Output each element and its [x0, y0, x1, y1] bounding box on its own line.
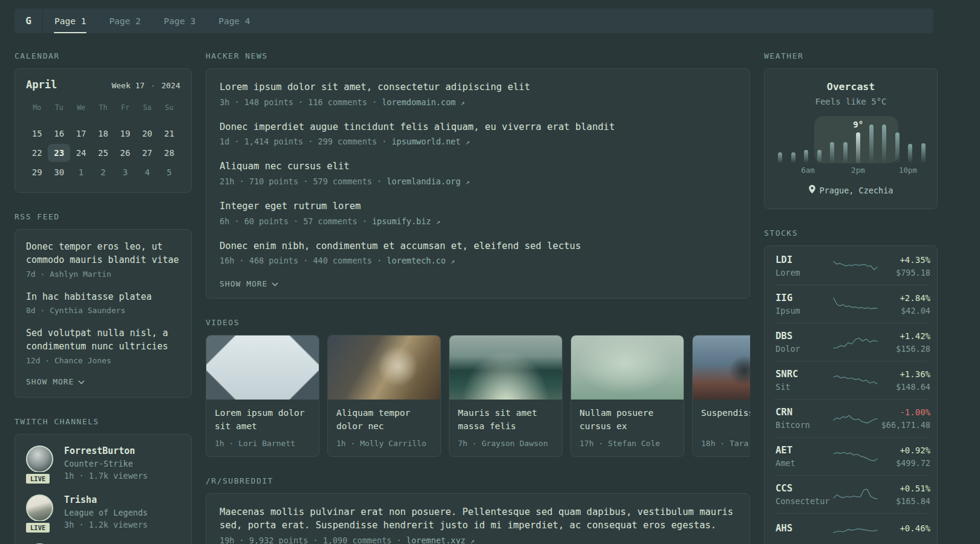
- rss-item-meta: 7d · Ashlyn Martin: [26, 270, 180, 279]
- hn-item-title[interactable]: Lorem ipsum dolor sit amet, consectetur …: [220, 81, 736, 94]
- calendar-day: 25: [92, 144, 114, 162]
- video-card[interactable]: Aliquam tempor dolor nec pharetra… 1h · …: [327, 335, 441, 457]
- video-title[interactable]: Lorem ipsum dolor sit amet consectetu…: [215, 407, 310, 433]
- stock-name: Ipsum: [776, 306, 834, 316]
- video-title[interactable]: Nullam posuere cursus ex: [580, 407, 675, 433]
- video-title[interactable]: Mauris sit amet massa felis: [458, 407, 554, 433]
- rss-item: Sed volutpat nulla nisl, a condimentum n…: [26, 327, 180, 365]
- hn-item-title[interactable]: Aliquam nec cursus elit: [220, 160, 736, 173]
- hn-item-domain-link[interactable]: loremdomain.com ↗: [382, 97, 465, 107]
- weather-hourly-chart: 9° 6am 2pm 10pm: [777, 116, 927, 175]
- stock-name: Sit: [776, 382, 834, 392]
- weather-bar: [830, 142, 834, 163]
- tab-page-4[interactable]: Page 4: [207, 8, 261, 33]
- stock-price: $42.04: [877, 306, 930, 316]
- stock-row[interactable]: CCS Consectetur +0.51% $165.84: [774, 475, 927, 513]
- calendar-day: 29: [26, 163, 48, 181]
- weather-feels-like: Feels like 5°C: [777, 97, 925, 106]
- video-card[interactable]: Mauris sit amet massa felis 7h · Grayson…: [449, 335, 563, 457]
- twitch-widget-title: TWITCH CHANNELS: [15, 417, 192, 426]
- stock-change: +2.84%: [877, 293, 930, 303]
- reddit-post-domain-link[interactable]: loremnet.xyz ↗: [407, 536, 475, 544]
- tab-page-2[interactable]: Page 2: [97, 8, 152, 33]
- video-title[interactable]: Aliquam tempor dolor nec pharetra…: [336, 407, 432, 433]
- stock-change: +0.46%: [877, 523, 930, 533]
- weather-location: Prague, Czechia: [777, 185, 925, 195]
- stock-row[interactable]: LDI Lorem +4.35% $795.18: [774, 247, 927, 285]
- twitch-channel-row[interactable]: LIVE ForrestBurton Counter-Strike 1h · 1…: [26, 445, 180, 481]
- app-logo[interactable]: G: [15, 8, 43, 33]
- video-meta: 7h · Grayson Dawson: [458, 439, 554, 448]
- rss-show-more-button[interactable]: SHOW MORE: [26, 377, 180, 386]
- stock-sparkline: [834, 372, 877, 389]
- calendar-day: 22: [26, 144, 48, 162]
- hn-item-domain-link[interactable]: ipsumworld.net ↗: [391, 137, 469, 146]
- calendar-widget: CALENDAR April Week 17 · 2024 Mo Tu We: [15, 51, 192, 193]
- video-meta: 1h · Molly Carrillo: [336, 439, 432, 448]
- stock-row[interactable]: AET Amet +0.92% $499.72: [774, 437, 927, 475]
- rss-item-title[interactable]: In hac habitasse platea: [26, 291, 180, 304]
- calendar-day: 30: [48, 163, 70, 181]
- external-link-icon: ↗: [460, 99, 465, 107]
- video-card[interactable]: Nullam posuere cursus ex 17h · Stefan Co…: [570, 335, 684, 457]
- calendar-day: 17: [70, 125, 92, 143]
- tab-page-3[interactable]: Page 3: [152, 8, 207, 33]
- hn-show-more-button[interactable]: SHOW MORE: [220, 279, 736, 288]
- stock-symbol: IIG: [776, 293, 834, 303]
- video-thumbnail[interactable]: [449, 335, 562, 400]
- stock-name: Lorem: [776, 268, 834, 277]
- tab-page-1[interactable]: Page 1: [43, 8, 97, 33]
- video-thumbnail[interactable]: [571, 335, 684, 400]
- calendar-day: 18: [92, 125, 114, 143]
- subreddit-widget-title: /R/SUBREDDIT: [206, 476, 750, 485]
- hn-item-title[interactable]: Integer eget rutrum lorem: [220, 200, 736, 213]
- stock-row[interactable]: SNRC Sit +1.36% $148.64: [774, 361, 927, 399]
- calendar-day: 16: [48, 125, 70, 143]
- video-meta: 18h · Tara: [701, 439, 750, 448]
- stock-row[interactable]: AHS +0.46%: [774, 513, 927, 544]
- stock-price: $66,171.48: [877, 420, 930, 430]
- weather-bar: 9°: [856, 132, 860, 163]
- rss-item-title[interactable]: Sed volutpat nulla nisl, a condimentum n…: [26, 327, 180, 354]
- weather-bar: [778, 152, 782, 163]
- hn-item-domain-link[interactable]: loremlandia.org ↗: [387, 176, 469, 186]
- rss-item-title[interactable]: Donec tempor eros leo, ut commodo mauris…: [26, 241, 180, 267]
- hn-item-title[interactable]: Donec imperdiet augue tincidunt felis al…: [220, 121, 736, 134]
- stock-price: $156.28: [877, 344, 930, 354]
- stock-change: +4.35%: [877, 255, 930, 265]
- rss-item-meta: 8d · Cynthia Saunders: [26, 306, 180, 315]
- video-thumbnail[interactable]: [693, 335, 750, 400]
- channel-name[interactable]: ForrestBurton: [64, 445, 148, 456]
- hn-item-title[interactable]: Donec enim nibh, condimentum et accumsan…: [220, 240, 736, 253]
- hn-item-meta: 1d · 1,414 points · 299 comments · ipsum…: [220, 137, 736, 146]
- rss-widget-title: RSS FEED: [15, 212, 192, 221]
- stock-row[interactable]: DBS Dolor +1.42% $156.28: [774, 323, 927, 361]
- twitch-widget: TWITCH CHANNELS LIVE ForrestBurton Count…: [15, 417, 192, 544]
- video-card[interactable]: Suspendisse diam 18h · Tara: [692, 335, 750, 457]
- weather-bars: 9°: [777, 125, 927, 163]
- hn-item-domain-link[interactable]: ipsumify.biz ↗: [372, 216, 440, 226]
- video-title[interactable]: Suspendisse diam: [701, 407, 750, 433]
- stock-price: $795.18: [877, 268, 930, 277]
- top-nav: G Page 1 Page 2 Page 3 Page 4: [15, 8, 933, 33]
- video-thumbnail[interactable]: [206, 335, 319, 400]
- calendar-widget-title: CALENDAR: [15, 51, 192, 60]
- weather-bar: [843, 142, 848, 163]
- stock-row[interactable]: IIG Ipsum +2.84% $42.04: [774, 285, 927, 323]
- stock-price: $499.72: [877, 458, 930, 468]
- reddit-post-title[interactable]: Maecenas mollis pulvinar erat non posuer…: [220, 506, 736, 532]
- calendar-day: 19: [114, 125, 136, 143]
- stock-row[interactable]: CRN Bitcorn -1.00% $66,171.48: [774, 399, 927, 437]
- current-temp-label: 9°: [853, 120, 863, 129]
- calendar-day: 5: [158, 163, 180, 181]
- video-card[interactable]: Lorem ipsum dolor sit amet consectetu… 1…: [206, 335, 319, 457]
- stock-sparkline: [834, 334, 877, 351]
- video-thumbnail[interactable]: [328, 335, 440, 400]
- hn-item-domain-link[interactable]: loremtech.co ↗: [387, 256, 455, 265]
- channel-avatar: [26, 494, 53, 522]
- calendar-day: 2: [92, 163, 114, 181]
- twitch-channel-row[interactable]: LIVE Trisha League of Legends 3h · 1.2k …: [26, 494, 180, 529]
- channel-name[interactable]: Trisha: [64, 494, 148, 505]
- stock-sparkline: [834, 410, 877, 427]
- weekday-label: Th: [92, 100, 114, 115]
